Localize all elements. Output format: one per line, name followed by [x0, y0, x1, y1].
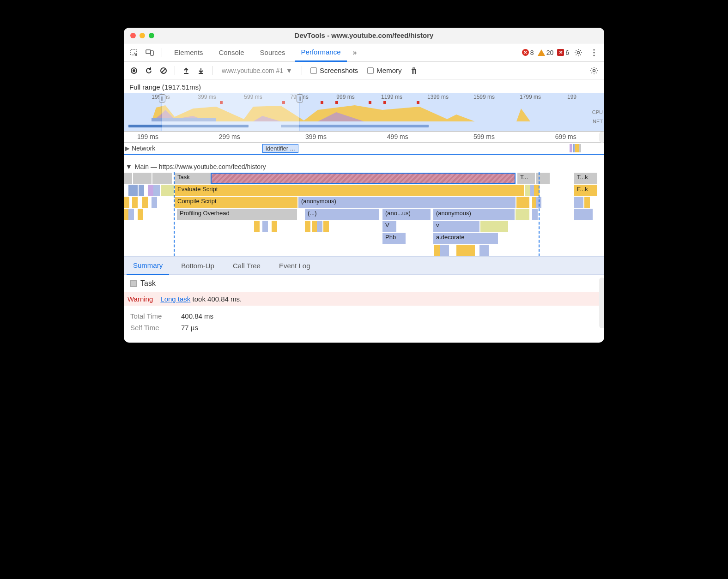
- flame-profiling-overhead[interactable]: Profiling Overhead: [177, 209, 297, 220]
- tab-performance[interactable]: Performance: [295, 43, 347, 62]
- expand-icon[interactable]: ▶: [124, 145, 132, 152]
- svg-rect-1: [146, 50, 151, 54]
- tab-bottom-up[interactable]: Bottom-Up: [175, 256, 221, 275]
- network-event-pill[interactable]: identifier ...: [262, 144, 298, 153]
- flame-task[interactable]: Task: [175, 173, 211, 184]
- capture-settings-icon[interactable]: [588, 64, 601, 77]
- overview-timeline[interactable]: 199 ms 399 ms 599 ms 799 ms 999 ms 1199 …: [124, 93, 604, 132]
- flame-compile-script[interactable]: Compile Script: [175, 197, 297, 208]
- performance-toolbar: www.youtube.com #1 ▼ Screenshots Memory: [124, 62, 604, 79]
- svg-rect-13: [413, 70, 414, 74]
- main-track-header[interactable]: ▼ Main — https://www.youtube.com/feed/hi…: [124, 160, 604, 172]
- warning-row: Warning Long task took 400.84 ms.: [124, 292, 604, 306]
- tab-console[interactable]: Console: [212, 43, 251, 62]
- long-task-link[interactable]: Long task: [160, 295, 190, 303]
- clear-button[interactable]: [157, 64, 170, 77]
- detail-ruler[interactable]: 199 ms 299 ms 399 ms 499 ms 599 ms 699 m…: [124, 132, 604, 143]
- svg-point-3: [577, 51, 580, 54]
- warning-text: Long task took 400.84 ms.: [160, 295, 242, 303]
- summary-scroll-thumb[interactable]: [599, 277, 604, 328]
- flame-task-2[interactable]: T...: [517, 173, 535, 184]
- flame-V[interactable]: V: [382, 221, 396, 232]
- titlebar: DevTools - www.youtube.com/feed/history: [124, 28, 604, 43]
- tab-sources[interactable]: Sources: [254, 43, 292, 62]
- upload-button[interactable]: [180, 64, 193, 77]
- summary-pane: Task Warning Long task took 400.84 ms. T…: [124, 275, 604, 343]
- flame-evaluate-script[interactable]: Evaluate Script: [175, 185, 524, 196]
- svg-point-4: [593, 49, 595, 50]
- error-icon: ✕: [522, 49, 529, 56]
- devtools-window: DevTools - www.youtube.com/feed/history …: [124, 28, 604, 343]
- tab-event-log[interactable]: Event Log: [273, 256, 317, 275]
- total-time-label: Total Time: [130, 312, 172, 320]
- svg-point-6: [593, 54, 595, 56]
- flame-chart[interactable]: Task T... T...k Evaluate Script F...k: [124, 172, 604, 256]
- tab-summary[interactable]: Summary: [127, 257, 169, 275]
- ruler-scroll-thumb[interactable]: [599, 132, 604, 143]
- total-time-value: 400.84 ms: [181, 312, 213, 320]
- device-toggle-icon[interactable]: [143, 46, 156, 59]
- svg-rect-12: [412, 70, 413, 74]
- flame-paren[interactable]: (...): [305, 209, 379, 220]
- flag-count[interactable]: ✕6: [557, 49, 569, 56]
- chevron-down-icon: ▼: [286, 67, 292, 74]
- memory-checkbox[interactable]: Memory: [364, 66, 405, 74]
- issue-counts: ✕8 20 ✕6: [522, 49, 569, 56]
- warning-label: Warning: [127, 295, 153, 303]
- collect-garbage-button[interactable]: [407, 64, 420, 77]
- svg-rect-15: [413, 68, 415, 69]
- flame-anonymous-1[interactable]: (anonymous): [298, 197, 516, 208]
- record-button[interactable]: [127, 64, 140, 77]
- screenshots-checkbox[interactable]: Screenshots: [307, 66, 362, 74]
- viewport-handle-left[interactable]: ||: [159, 94, 165, 103]
- flame-anous[interactable]: (ano...us): [382, 209, 431, 220]
- error-count[interactable]: ✕8: [522, 49, 534, 56]
- panel-tabbar: Elements Console Sources Performance » ✕…: [124, 43, 604, 62]
- overview-viewport[interactable]: [162, 93, 299, 131]
- flame-fk[interactable]: F...k: [574, 185, 597, 196]
- net-band-2: [281, 125, 429, 127]
- svg-point-5: [593, 52, 595, 53]
- window-title: DevTools - www.youtube.com/feed/history: [124, 31, 604, 39]
- svg-point-16: [593, 69, 595, 72]
- collapse-icon[interactable]: ▼: [126, 163, 133, 170]
- flame-task-3[interactable]: T...k: [574, 173, 597, 184]
- reload-record-button[interactable]: [142, 64, 155, 77]
- tab-call-tree[interactable]: Call Tree: [226, 256, 267, 275]
- viewport-handle-right[interactable]: ||: [297, 94, 303, 103]
- warning-count[interactable]: 20: [538, 49, 554, 56]
- tab-elements[interactable]: Elements: [168, 43, 210, 62]
- self-time-value: 77 µs: [181, 324, 198, 332]
- summary-title: Task: [140, 279, 156, 288]
- flag-icon: ✕: [557, 49, 564, 56]
- settings-icon[interactable]: [572, 46, 585, 59]
- overview-side-labels: CPU NET: [592, 108, 603, 126]
- network-track[interactable]: ▶ Network identifier ...: [124, 143, 604, 155]
- details-tabbar: Summary Bottom-Up Call Tree Event Log: [124, 256, 604, 275]
- svg-rect-14: [415, 70, 416, 74]
- flame-v[interactable]: v: [433, 221, 479, 232]
- target-select[interactable]: www.youtube.com #1 ▼: [217, 67, 297, 74]
- download-button[interactable]: [194, 64, 207, 77]
- warning-icon: [538, 49, 545, 56]
- svg-line-10: [162, 69, 165, 72]
- svg-rect-2: [151, 51, 153, 55]
- flame-decorate[interactable]: a.decorate: [433, 233, 498, 244]
- inspect-icon[interactable]: [127, 46, 140, 59]
- more-tabs-icon[interactable]: »: [350, 48, 359, 57]
- flame-anonymous-2[interactable]: (anonymous): [433, 209, 515, 220]
- more-menu-icon[interactable]: [588, 46, 601, 59]
- svg-point-8: [133, 69, 135, 72]
- flame-phb[interactable]: Phb: [382, 233, 406, 244]
- category-swatch: [130, 280, 137, 287]
- range-label: Full range (1917.51ms): [124, 79, 604, 93]
- flame-task-selected[interactable]: [211, 173, 516, 184]
- self-time-label: Self Time: [130, 324, 172, 332]
